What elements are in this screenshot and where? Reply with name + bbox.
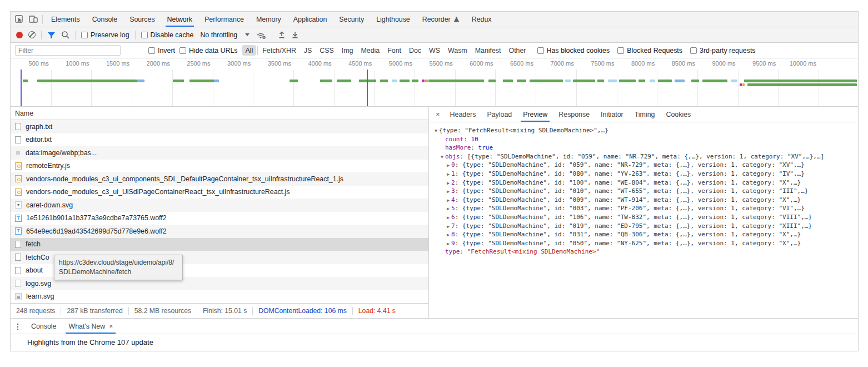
expand-arrow-icon[interactable]: ▼ bbox=[439, 153, 445, 162]
waterfall-segment bbox=[422, 80, 425, 82]
timeline-gridline bbox=[334, 70, 335, 106]
tab-performance[interactable]: Performance bbox=[203, 12, 246, 27]
collapse-arrow-icon[interactable]: ▶ bbox=[445, 179, 451, 188]
preserve-log-checkbox[interactable]: Preserve log bbox=[81, 31, 129, 39]
tab-sources[interactable]: Sources bbox=[128, 12, 156, 27]
collapse-arrow-icon[interactable]: ▶ bbox=[445, 214, 451, 222]
json-tree-line[interactable]: count: 10 bbox=[431, 135, 858, 144]
tab-network[interactable]: Network bbox=[166, 12, 194, 27]
request-type-chip-media[interactable]: Media bbox=[357, 45, 383, 56]
drawer-tab-console[interactable]: Console bbox=[25, 319, 62, 334]
collapse-arrow-icon[interactable]: ▶ bbox=[445, 240, 451, 249]
request-row[interactable]: caret-down.svg bbox=[11, 199, 428, 212]
json-object-summary: : {type: "SDLDemoMachine", id: "050", na… bbox=[455, 240, 801, 247]
json-tree-line[interactable]: hasMore: true bbox=[431, 143, 858, 152]
request-type-chip-ws[interactable]: WS bbox=[426, 45, 443, 56]
details-tab-timing[interactable]: Timing bbox=[629, 107, 661, 122]
drawer-menu-icon[interactable]: ⋮ bbox=[11, 319, 25, 334]
request-row[interactable]: data:image/webp;bas... bbox=[11, 146, 428, 160]
request-name: learn.svg bbox=[26, 292, 54, 300]
throttling-select[interactable]: No throttling bbox=[199, 31, 251, 39]
filter-input[interactable] bbox=[15, 45, 121, 56]
request-type-chip-css[interactable]: CSS bbox=[316, 45, 337, 56]
details-tab-payload[interactable]: Payload bbox=[481, 107, 517, 122]
request-row[interactable]: editor.txt bbox=[11, 133, 428, 147]
json-tree-line[interactable]: ▼{type: "FetchResult<mixing SDLDemoMachi… bbox=[431, 126, 858, 135]
name-column-header[interactable]: Name bbox=[11, 107, 428, 120]
request-row[interactable]: remoteEntry.js bbox=[11, 160, 428, 173]
json-tree-line[interactable]: ▶3: {type: "SDLDemoMachine", id: "010", … bbox=[431, 187, 858, 196]
request-type-chip-other[interactable]: Other bbox=[506, 45, 530, 56]
request-row[interactable]: vendors-node_modules_c3_ui_UiSdlPageCont… bbox=[11, 186, 428, 199]
close-details-icon[interactable]: × bbox=[431, 107, 445, 122]
json-tree-line[interactable]: ▼objs: [{type: "SDLDemoMachine", id: "05… bbox=[431, 152, 858, 161]
json-array-summary: : [{type: "SDLDemoMachine", id: "059", n… bbox=[460, 153, 825, 160]
details-tab-cookies[interactable]: Cookies bbox=[660, 107, 696, 122]
request-row[interactable]: graph.txt bbox=[11, 120, 428, 133]
tab-lighthouse[interactable]: Lighthouse bbox=[375, 12, 412, 27]
has-blocked-cookies-checkbox[interactable]: Has blocked cookies bbox=[537, 47, 610, 54]
network-overview-timeline[interactable]: 500 ms1000 ms1500 ms2000 ms2500 ms3000 m… bbox=[11, 58, 858, 107]
3rd-party-requests-checkbox[interactable]: 3rd-party requests bbox=[690, 47, 756, 54]
device-toolbar-icon[interactable] bbox=[29, 15, 38, 23]
details-tab-initiator[interactable]: Initiator bbox=[595, 107, 629, 122]
json-tree-line[interactable]: ▶7: {type: "SDLDemoMachine", id: "019", … bbox=[431, 222, 858, 231]
chevron-down-icon bbox=[245, 33, 250, 36]
clear-icon[interactable] bbox=[28, 31, 36, 38]
details-tab-preview[interactable]: Preview bbox=[517, 107, 553, 122]
expand-arrow-icon[interactable]: ▼ bbox=[433, 127, 439, 136]
json-tree-line[interactable]: ▶2: {type: "SDLDemoMachine", id: "100", … bbox=[431, 178, 858, 187]
drawer-tab-what-s-new[interactable]: What's New× bbox=[62, 319, 119, 334]
invert-checkbox[interactable]: Invert bbox=[148, 47, 175, 54]
json-tree-line[interactable]: ▶5: {type: "SDLDemoMachine", id: "003", … bbox=[431, 204, 858, 213]
json-tree-line[interactable]: ▶4: {type: "SDLDemoMachine", id: "009", … bbox=[431, 196, 858, 205]
blocked-requests-checkbox[interactable]: Blocked Requests bbox=[617, 47, 682, 54]
collapse-arrow-icon[interactable]: ▶ bbox=[445, 161, 451, 170]
request-type-chip-manifest[interactable]: Manifest bbox=[472, 45, 505, 56]
json-tree-line[interactable]: ▶9: {type: "SDLDemoMachine", id: "050", … bbox=[431, 239, 858, 248]
request-row[interactable]: 1e51261b901a1b377a3e9cdbe7a73765.woff2 bbox=[11, 212, 428, 225]
details-tab-response[interactable]: Response bbox=[553, 107, 595, 122]
request-row[interactable]: vendors-node_modules_c3_ui_components_SD… bbox=[11, 172, 428, 186]
export-har-icon[interactable] bbox=[291, 31, 299, 39]
collapse-arrow-icon[interactable]: ▶ bbox=[445, 205, 451, 214]
collapse-arrow-icon[interactable]: ▶ bbox=[445, 187, 451, 196]
close-tab-icon[interactable]: × bbox=[109, 323, 113, 330]
collapse-arrow-icon[interactable]: ▶ bbox=[445, 170, 451, 179]
tab-security[interactable]: Security bbox=[337, 12, 366, 27]
request-type-chip-all[interactable]: All bbox=[242, 45, 256, 56]
inspect-element-icon[interactable] bbox=[15, 15, 23, 23]
hide-data-urls-checkbox[interactable]: Hide data URLs bbox=[179, 47, 237, 54]
json-tree-line[interactable]: type: "FetchResult<mixing SDLDemoMachine… bbox=[431, 247, 858, 256]
json-tree-line[interactable]: ▶8: {type: "SDLDemoMachine", id: "031", … bbox=[431, 230, 858, 239]
request-type-chip-js[interactable]: JS bbox=[301, 45, 315, 56]
network-conditions-icon[interactable] bbox=[256, 31, 266, 39]
json-object-summary: : {type: "SDLDemoMachine", id: "031", na… bbox=[455, 231, 801, 238]
json-tree-line[interactable]: ▶1: {type: "SDLDemoMachine", id: "080", … bbox=[431, 170, 858, 178]
details-tab-headers[interactable]: Headers bbox=[445, 107, 482, 122]
request-type-chip-img[interactable]: Img bbox=[338, 45, 357, 56]
request-type-chip-fetch-xhr[interactable]: Fetch/XHR bbox=[259, 45, 300, 56]
collapse-arrow-icon[interactable]: ▶ bbox=[445, 196, 451, 205]
tab-redux[interactable]: Redux bbox=[470, 12, 493, 27]
request-type-chip-doc[interactable]: Doc bbox=[406, 45, 425, 56]
tab-console[interactable]: Console bbox=[91, 12, 119, 27]
request-type-chip-font[interactable]: Font bbox=[384, 45, 405, 56]
search-icon[interactable] bbox=[61, 31, 69, 39]
tab-recorder[interactable]: Recorder bbox=[421, 12, 461, 27]
import-har-icon[interactable] bbox=[278, 31, 286, 39]
request-type-chip-wasm[interactable]: Wasm bbox=[445, 45, 471, 56]
json-tree-line[interactable]: ▶6: {type: "SDLDemoMachine", id: "106", … bbox=[431, 213, 858, 222]
collapse-arrow-icon[interactable]: ▶ bbox=[445, 222, 451, 231]
tab-memory[interactable]: Memory bbox=[255, 12, 283, 27]
filter-icon[interactable] bbox=[47, 31, 56, 39]
json-tree-line[interactable]: ▶0: {type: "SDLDemoMachine", id: "059", … bbox=[431, 161, 858, 170]
request-row[interactable]: 654e9ec6d19ad43542699d75d778e9e6.woff2 bbox=[11, 225, 428, 238]
disable-cache-checkbox[interactable]: Disable cache bbox=[141, 31, 194, 39]
request-row[interactable]: fetch bbox=[11, 238, 428, 251]
collapse-arrow-icon[interactable]: ▶ bbox=[445, 231, 451, 240]
tab-elements[interactable]: Elements bbox=[49, 12, 82, 27]
request-row[interactable]: learn.svg bbox=[11, 290, 428, 304]
tab-application[interactable]: Application bbox=[292, 12, 329, 27]
record-button[interactable] bbox=[16, 32, 23, 38]
